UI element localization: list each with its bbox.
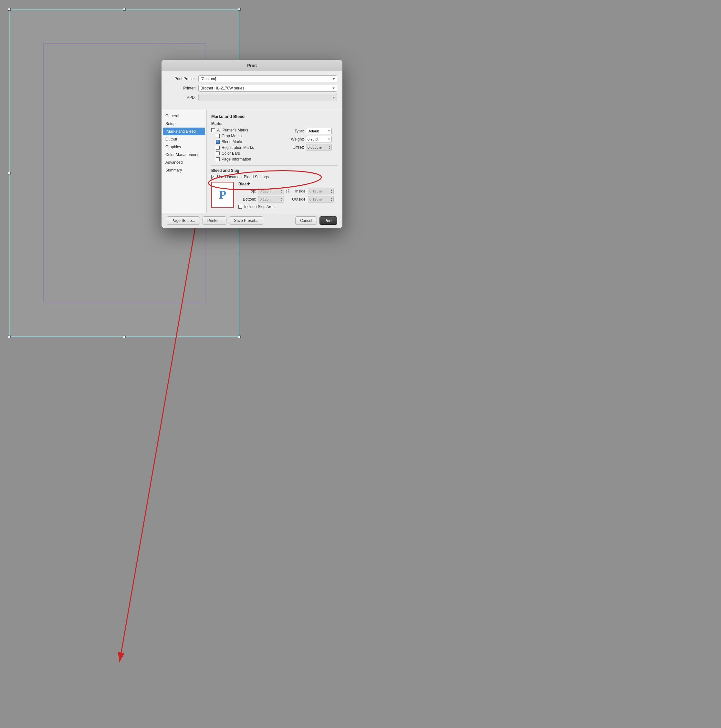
- bleed-bottom-input[interactable]: 0.125 in ▲ ▼: [258, 196, 284, 202]
- ppd-label: PPD:: [167, 95, 196, 100]
- bleed-slug-title: Bleed and Slug: [211, 168, 338, 173]
- marks-right-column: Type: Default Weight: 0.25 pt Offset:: [286, 128, 338, 163]
- handle-bottom-right: [238, 336, 241, 338]
- bleed-outside-down[interactable]: ▼: [331, 199, 333, 202]
- printer-row: Printer: Brother HL-2170W series: [167, 85, 337, 92]
- printer-select[interactable]: Brother HL-2170W series: [198, 85, 337, 92]
- bleed-marks-row: Bleed Marks: [216, 139, 280, 144]
- ppd-select[interactable]: [198, 94, 337, 101]
- bleed-fields: Bleed: Top: 0.125 in ▲ ▼ ⛓ Inside:: [239, 182, 338, 209]
- include-slug-label: Include Slug Area: [244, 205, 275, 209]
- print-preset-label: Print Preset:: [167, 76, 196, 81]
- weight-row: Weight: 0.25 pt: [286, 136, 338, 142]
- bleed-inside-input[interactable]: 0.125 in ▲ ▼: [308, 188, 334, 194]
- include-slug-checkbox[interactable]: [239, 205, 242, 209]
- page-information-row: Page Information: [216, 157, 280, 162]
- registration-marks-checkbox[interactable]: [216, 146, 220, 150]
- offset-value: 0.0833 in: [308, 145, 322, 149]
- section-divider: [211, 165, 338, 166]
- color-bars-label: Color Bars: [222, 151, 240, 156]
- crop-marks-label: Crop Marks: [222, 134, 242, 138]
- use-document-bleed-label: Use Document Bleed Settings: [217, 175, 269, 179]
- printer-button[interactable]: Printer...: [202, 216, 227, 225]
- color-bars-row: Color Bars: [216, 151, 280, 156]
- bleed-top-down[interactable]: ▼: [281, 191, 283, 193]
- bleed-marks-label: Bleed Marks: [222, 139, 243, 144]
- nav-sidebar: General Setup Marks and Bleed Output Gra…: [162, 110, 207, 213]
- sidebar-item-marks-and-bleed[interactable]: Marks and Bleed: [163, 128, 205, 135]
- print-preset-select[interactable]: [Custom]: [198, 75, 337, 83]
- bleed-bottom-down[interactable]: ▼: [281, 199, 283, 202]
- bleed-top-label: Top:: [239, 189, 256, 193]
- handle-top-center: [123, 8, 126, 11]
- bleed-inside-down[interactable]: ▼: [331, 191, 333, 193]
- dialog-titlebar: Print: [162, 60, 343, 71]
- offset-up-arrow[interactable]: ▲: [329, 145, 331, 147]
- sidebar-item-general[interactable]: General: [162, 112, 207, 120]
- use-document-bleed-checkbox[interactable]: [211, 175, 215, 179]
- handle-bottom-center: [123, 336, 126, 338]
- color-bars-checkbox[interactable]: [216, 151, 220, 155]
- bleed-marks-checkbox[interactable]: [216, 140, 220, 144]
- type-select[interactable]: Default: [306, 128, 332, 135]
- dialog-content: General Setup Marks and Bleed Output Gra…: [162, 110, 343, 213]
- page-preview-letter: P: [219, 188, 226, 202]
- marks-section-title: Marks: [211, 121, 338, 126]
- bleed-outside-spinner[interactable]: ▲ ▼: [331, 197, 333, 202]
- bleed-top-spinner[interactable]: ▲ ▼: [281, 189, 283, 193]
- include-slug-row: Include Slug Area: [239, 205, 338, 209]
- sidebar-item-output[interactable]: Output: [162, 135, 207, 143]
- page-information-label: Page Information: [222, 157, 251, 162]
- marks-grid: All Printer's Marks Crop Marks Bleed Mar…: [211, 128, 338, 163]
- bleed-outside-value: 0.125 in: [309, 197, 322, 201]
- use-document-bleed-row: Use Document Bleed Settings: [211, 175, 338, 179]
- offset-spinner-arrows[interactable]: ▲ ▼: [329, 145, 331, 150]
- handle-bottom-left: [8, 336, 11, 338]
- all-printers-marks-checkbox[interactable]: [211, 128, 215, 132]
- main-panel: Marks and Bleed Marks All Printer's Mark…: [207, 110, 343, 213]
- bleed-top-input[interactable]: 0.125 in ▲ ▼: [258, 188, 284, 194]
- bleed-bottom-up[interactable]: ▲: [281, 197, 283, 199]
- bleed-top-value: 0.125 in: [260, 189, 272, 193]
- weight-label: Weight:: [286, 137, 304, 141]
- sidebar-item-setup[interactable]: Setup: [162, 120, 207, 128]
- inside-label: Inside:: [291, 189, 306, 193]
- bleed-inside-up[interactable]: ▲: [331, 189, 333, 191]
- offset-down-arrow[interactable]: ▼: [329, 147, 331, 150]
- bleed-top-row: Top: 0.125 in ▲ ▼ ⛓ Inside: 0.125 in: [239, 188, 338, 194]
- sidebar-item-summary[interactable]: Summary: [162, 166, 207, 174]
- bleed-bottom-spinner[interactable]: ▲ ▼: [281, 197, 283, 202]
- offset-input[interactable]: 0.0833 in ▲ ▼: [306, 144, 332, 150]
- dialog-buttons: Page Setup... Printer... Save Preset... …: [162, 213, 343, 228]
- crop-marks-row: Crop Marks: [216, 134, 280, 138]
- bleed-bottom-label: Bottom:: [239, 197, 256, 202]
- offset-label: Offset:: [286, 145, 304, 150]
- printer-label: Printer:: [167, 86, 196, 90]
- panel-title: Marks and Bleed: [211, 114, 338, 119]
- page-information-checkbox[interactable]: [216, 157, 220, 161]
- registration-marks-label: Registration Marks: [222, 145, 254, 150]
- page-setup-button[interactable]: Page Setup...: [167, 216, 200, 225]
- bleed-top-up[interactable]: ▲: [281, 189, 283, 191]
- offset-row: Offset: 0.0833 in ▲ ▼: [286, 144, 338, 150]
- bleed-outside-input[interactable]: 0.125 in ▲ ▼: [308, 196, 334, 202]
- weight-select[interactable]: 0.25 pt: [306, 136, 332, 142]
- type-row: Type: Default: [286, 128, 338, 135]
- bleed-bottom-value: 0.125 in: [260, 197, 272, 201]
- cancel-button[interactable]: Cancel: [295, 216, 317, 225]
- crop-marks-checkbox[interactable]: [216, 134, 220, 138]
- bleed-outside-up[interactable]: ▲: [331, 197, 333, 199]
- sidebar-item-graphics[interactable]: Graphics: [162, 143, 207, 151]
- bleed-inside-spinner[interactable]: ▲ ▼: [331, 189, 333, 193]
- all-printers-marks-label: All Printer's Marks: [217, 128, 248, 132]
- save-preset-button[interactable]: Save Preset...: [229, 216, 263, 225]
- dialog-form-area: Print Preset: [Custom] Printer: Brother …: [162, 71, 343, 107]
- print-button[interactable]: Print: [320, 216, 337, 225]
- sidebar-item-advanced[interactable]: Advanced: [162, 159, 207, 166]
- marks-left-column: All Printer's Marks Crop Marks Bleed Mar…: [211, 128, 280, 163]
- ppd-row: PPD:: [167, 94, 337, 101]
- handle-top-left: [8, 8, 11, 11]
- sidebar-item-color-management[interactable]: Color Management: [162, 151, 207, 159]
- chain-link-icon: ⛓: [285, 189, 290, 194]
- handle-mid-left: [8, 172, 11, 174]
